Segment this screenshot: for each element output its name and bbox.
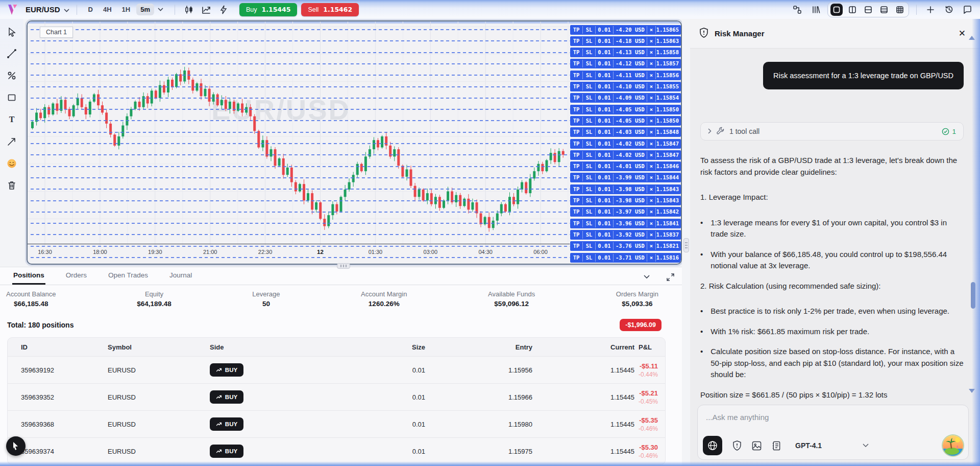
table-row[interactable]: 359639352EURUSDBUY0.011.159661.15445-$5.… (8, 383, 665, 410)
tp-button[interactable]: TP (570, 162, 583, 170)
chart-position-row[interactable]: TPSL0.01-4.09 USD×1.15854 (570, 93, 681, 103)
sl-button[interactable]: SL (583, 162, 596, 170)
close-position-icon[interactable]: × (647, 208, 656, 216)
chart-position-row[interactable]: TPSL0.01-4.20 USD×1.15865 (570, 25, 681, 35)
close-position-icon[interactable]: × (647, 72, 656, 79)
tp-button[interactable]: TP (570, 185, 583, 193)
chart-position-row[interactable]: TPSL0.01-4.05 USD×1.15850 (570, 116, 681, 126)
close-position-icon[interactable]: × (647, 231, 656, 239)
close-position-icon[interactable]: × (647, 128, 656, 136)
expand-panel-icon[interactable] (664, 270, 677, 284)
timeframe-5m[interactable]: 5m (136, 4, 154, 15)
sl-button[interactable]: SL (583, 128, 596, 136)
chart-position-row[interactable]: TPSL0.01-3.96 USD×1.15841 (570, 219, 681, 228)
close-position-icon[interactable]: × (647, 49, 656, 56)
tp-button[interactable]: TP (570, 94, 583, 102)
close-position-icon[interactable]: × (647, 242, 656, 250)
layout-single-icon[interactable] (830, 4, 843, 16)
tp-button[interactable]: TP (570, 174, 583, 181)
chart-position-row[interactable]: TPSL0.01-3.71 USD×1.15816 (570, 253, 681, 263)
layout-list-icon[interactable] (878, 4, 890, 16)
cursor-tool-icon[interactable] (4, 24, 19, 39)
tp-button[interactable]: TP (570, 220, 583, 227)
tp-button[interactable]: TP (570, 117, 583, 125)
sl-button[interactable]: SL (583, 140, 596, 148)
close-position-icon[interactable]: × (647, 174, 656, 181)
close-icon[interactable]: ✕ (959, 29, 966, 38)
image-attach-icon[interactable] (752, 441, 762, 451)
timeframe-1h[interactable]: 1H (118, 4, 135, 15)
sl-button[interactable]: SL (583, 94, 596, 102)
close-position-icon[interactable]: × (647, 140, 656, 148)
close-position-icon[interactable]: × (647, 254, 656, 262)
close-position-icon[interactable]: × (647, 83, 656, 90)
sell-button[interactable]: Sell 1.15462 (301, 3, 359, 16)
layout-columns-icon[interactable] (846, 4, 859, 16)
chat-scroll-area[interactable]: Risk assessment for a 1:3 leverage trade… (690, 49, 967, 402)
scrollbar-down-arrow[interactable] (969, 389, 975, 393)
sl-button[interactable]: SL (583, 83, 596, 90)
sl-button[interactable]: SL (583, 72, 596, 79)
close-position-icon[interactable]: × (647, 94, 656, 102)
sl-button[interactable]: SL (583, 208, 596, 216)
close-position-icon[interactable]: × (647, 151, 656, 159)
tool-call-pill[interactable]: 1 tool call 1 (700, 122, 964, 141)
tp-button[interactable]: TP (570, 83, 583, 90)
text-tool-icon[interactable]: T (4, 112, 19, 127)
sl-button[interactable]: SL (583, 151, 596, 159)
web-search-button[interactable] (703, 436, 722, 455)
layout-grid-icon[interactable] (894, 4, 906, 16)
chart-position-row[interactable]: TPSL0.01-4.01 USD×1.15846 (570, 161, 681, 171)
chart-position-row[interactable]: TPSL0.01-4.11 USD×1.15856 (570, 71, 681, 80)
emoji-tool-icon[interactable] (4, 156, 19, 171)
close-position-icon[interactable]: × (647, 117, 656, 125)
timeframe-d[interactable]: D (84, 4, 97, 15)
trash-tool-icon[interactable] (4, 178, 19, 193)
sl-button[interactable]: SL (583, 49, 596, 56)
timeframe-dropdown-chevron-icon[interactable] (154, 3, 167, 16)
sl-button[interactable]: SL (583, 60, 596, 67)
chart-position-row[interactable]: TPSL0.01-3.97 USD×1.15842 (570, 207, 681, 217)
percent-tool-icon[interactable] (4, 68, 19, 83)
history-icon[interactable] (942, 3, 955, 16)
chart-position-row[interactable]: TPSL0.01-3.99 USD×1.15844 (570, 173, 681, 182)
tp-button[interactable]: TP (570, 37, 583, 45)
chat-icon[interactable] (961, 3, 974, 16)
collapse-panel-icon[interactable] (640, 270, 653, 284)
scrollbar-thumb[interactable] (971, 282, 975, 309)
close-position-icon[interactable]: × (647, 162, 656, 170)
risk-shield-icon[interactable] (732, 440, 742, 451)
sl-button[interactable]: SL (583, 197, 596, 204)
layout-rows-icon[interactable] (862, 4, 874, 16)
sl-button[interactable]: SL (583, 117, 596, 125)
tab-journal[interactable]: Journal (168, 268, 193, 285)
table-row[interactable]: 359639374EURUSDBUY0.011.159751.15445-$5.… (8, 437, 665, 464)
tp-button[interactable]: TP (570, 106, 583, 113)
sl-button[interactable]: SL (583, 174, 596, 181)
chart-position-row[interactable]: TPSL0.01-4.13 USD×1.15858 (570, 48, 681, 57)
tp-button[interactable]: TP (570, 128, 583, 136)
chart-position-row[interactable]: TPSL0.01-3.92 USD×1.15837 (570, 230, 681, 240)
chart-position-row[interactable]: TPSL0.01-4.05 USD×1.15850 (570, 105, 681, 114)
buy-button[interactable]: Buy 1.15445 (239, 3, 297, 16)
sl-button[interactable]: SL (583, 254, 596, 262)
symbol-selector[interactable]: EUR/USD (26, 5, 69, 14)
trendline-tool-icon[interactable] (4, 46, 19, 61)
chart-position-row[interactable]: TPSL0.01-4.12 USD×1.15857 (570, 59, 681, 68)
scrollbar-up-arrow[interactable] (969, 36, 975, 40)
tp-button[interactable]: TP (570, 151, 583, 159)
close-position-icon[interactable]: × (647, 185, 656, 193)
sl-button[interactable]: SL (583, 185, 596, 193)
panels-icon[interactable] (809, 3, 822, 16)
tp-button[interactable]: TP (570, 208, 583, 216)
plus-icon[interactable] (924, 3, 937, 16)
tp-button[interactable]: TP (570, 140, 583, 148)
panel-resize-handle-horizontal[interactable] (337, 263, 350, 269)
arrow-tool-icon[interactable] (4, 134, 19, 149)
tp-button[interactable]: TP (570, 197, 583, 204)
rectangle-tool-icon[interactable] (4, 90, 19, 105)
close-position-icon[interactable]: × (647, 60, 656, 67)
close-position-icon[interactable]: × (647, 106, 656, 113)
chat-input[interactable] (698, 405, 968, 432)
model-selector[interactable]: GPT-4.1 (795, 441, 869, 450)
